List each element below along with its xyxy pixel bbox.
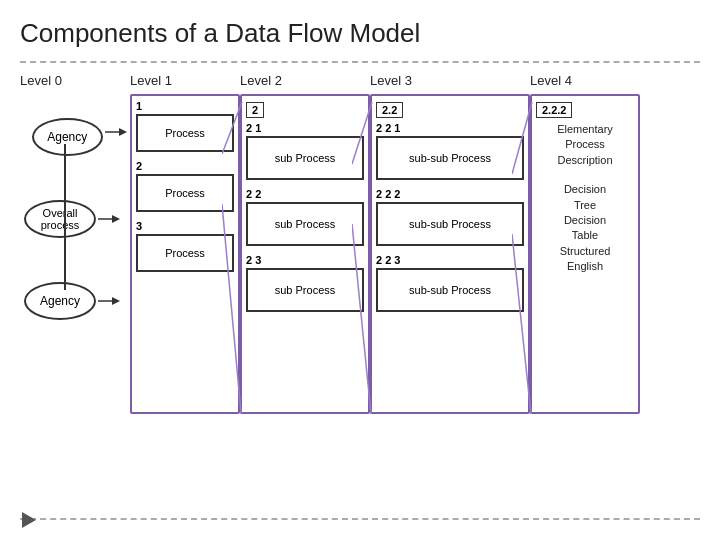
agency-bottom-oval: Agency xyxy=(24,282,96,320)
level-2-column: 2 2 1 sub Process 2 2 sub Process xyxy=(240,94,370,414)
agency-top-oval: Agency xyxy=(32,118,103,156)
level-3-column: 2.2 2 2 1 sub-sub Process 2 2 2 sub-sub … xyxy=(370,94,530,414)
level2-badge: 2 xyxy=(246,102,264,118)
level2-process-23: 2 3 sub Process xyxy=(246,254,364,312)
level-0-column: Agency Overallprocess xyxy=(20,94,130,320)
level3-badge: 2.2 xyxy=(376,102,403,118)
svg-marker-3 xyxy=(112,215,120,223)
level-4-column: 2.2.2 ElementaryProcessDescription Decis… xyxy=(530,94,640,414)
sub-sub-process-222-box: sub-sub Process xyxy=(376,202,524,246)
level2-23-number: 2 3 xyxy=(246,254,364,266)
level-4-inner: 2.2.2 ElementaryProcessDescription Decis… xyxy=(530,94,640,414)
vertical-connector xyxy=(64,144,66,290)
process-2-box: Process xyxy=(136,174,234,212)
sub-sub-process-221-box: sub-sub Process xyxy=(376,136,524,180)
level4-desc-block1: ElementaryProcessDescription xyxy=(536,122,634,168)
level-3-header: Level 3 xyxy=(370,73,530,88)
level-0-header: Level 0 xyxy=(20,73,130,88)
sub-process-22-box: sub Process xyxy=(246,202,364,246)
level3-process-221: 2 2 1 sub-sub Process xyxy=(376,122,524,180)
level2-process-21: 2 1 sub Process xyxy=(246,122,364,180)
level3-223-number: 2 2 3 xyxy=(376,254,524,266)
level4-badge: 2.2.2 xyxy=(536,102,572,118)
level3-process-223: 2 2 3 sub-sub Process xyxy=(376,254,524,312)
process-1-box: Process xyxy=(136,114,234,152)
play-button[interactable] xyxy=(22,512,36,528)
level-3-inner: 2.2 2 2 1 sub-sub Process 2 2 2 sub-sub … xyxy=(370,94,530,414)
top-divider xyxy=(20,61,700,63)
level3-process-222: 2 2 2 sub-sub Process xyxy=(376,188,524,246)
level3-221-number: 2 2 1 xyxy=(376,122,524,134)
arrow-overall xyxy=(98,213,124,225)
level-1-inner: 1 Process 2 Process 3 Process xyxy=(130,94,240,414)
level2-21-number: 2 1 xyxy=(246,122,364,134)
main-content: Agency Overallprocess xyxy=(20,94,700,414)
arrow-agency-bottom xyxy=(98,295,124,307)
level1-process-2: 2 Process xyxy=(136,160,234,212)
level3-222-number: 2 2 2 xyxy=(376,188,524,200)
bottom-divider xyxy=(20,518,700,520)
level-4-header: Level 4 xyxy=(530,73,640,88)
sub-process-23-box: sub Process xyxy=(246,268,364,312)
level-headers: Level 0 Level 1 Level 2 Level 3 Level 4 xyxy=(20,73,700,88)
svg-marker-1 xyxy=(119,128,127,136)
level4-desc-block2: DecisionTreeDecisionTableStructuredEngli… xyxy=(536,182,634,274)
level-2-inner: 2 2 1 sub Process 2 2 sub Process xyxy=(240,94,370,414)
sub-process-21-box: sub Process xyxy=(246,136,364,180)
level-2-header: Level 2 xyxy=(240,73,370,88)
level-1-column: 1 Process 2 Process 3 Process xyxy=(130,94,240,414)
level2-22-number: 2 2 xyxy=(246,188,364,200)
level1-process-1: 1 Process xyxy=(136,100,234,152)
page-title: Components of a Data Flow Model xyxy=(20,18,700,49)
level-1-header: Level 1 xyxy=(130,73,240,88)
process-3-box: Process xyxy=(136,234,234,272)
page: Components of a Data Flow Model Level 0 … xyxy=(0,0,720,540)
arrow-agency-top xyxy=(105,126,130,138)
level1-process-3: 3 Process xyxy=(136,220,234,272)
level2-process-22: 2 2 sub Process xyxy=(246,188,364,246)
overall-process-oval: Overallprocess xyxy=(24,200,96,238)
svg-marker-5 xyxy=(112,297,120,305)
sub-sub-process-223-box: sub-sub Process xyxy=(376,268,524,312)
